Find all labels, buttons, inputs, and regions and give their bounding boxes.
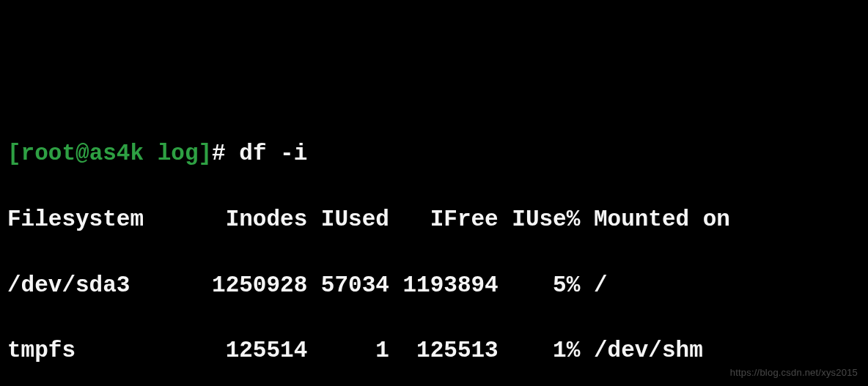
prompt-user: root xyxy=(21,141,76,166)
prompt-space xyxy=(144,141,158,166)
prompt-line-1[interactable]: [root@as4k log]# df -i xyxy=(7,138,861,171)
df-i-header: Filesystem Inodes IUsed IFree IUse% Moun… xyxy=(7,204,861,237)
prompt-hash: # xyxy=(212,141,239,166)
df-i-row: /dev/sda3 1250928 57034 1193894 5% / xyxy=(7,270,861,303)
prompt-host: as4k xyxy=(89,141,144,166)
prompt-close-br: ] xyxy=(198,141,212,166)
watermark-text: https://blog.csdn.net/xys2015 xyxy=(730,366,858,380)
df-i-row: tmpfs 125514 1 125513 1% /dev/shm xyxy=(7,335,861,368)
prompt-open-br: [ xyxy=(7,141,21,166)
command-df-i: df -i xyxy=(239,141,307,166)
prompt-dir: log xyxy=(158,141,199,166)
prompt-at: @ xyxy=(76,141,89,166)
